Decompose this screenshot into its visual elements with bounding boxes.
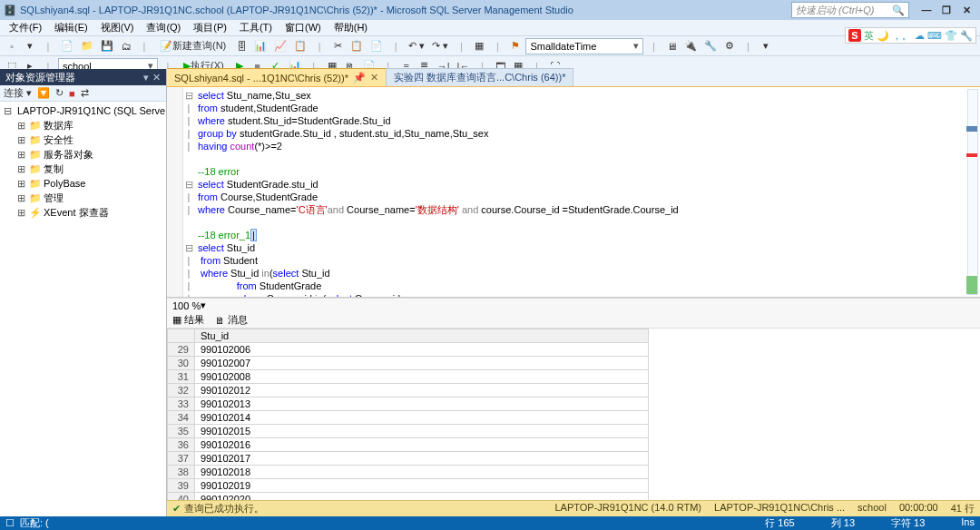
ime-skin-icon[interactable]: 👕	[945, 30, 957, 42]
table-row[interactable]: 32990102012	[168, 384, 649, 398]
save-icon[interactable]: 💾	[98, 38, 116, 54]
tool-icon[interactable]: 🔧	[701, 38, 720, 54]
menu-query[interactable]: 查询(Q)	[141, 21, 186, 34]
cell-value[interactable]: 990102013	[195, 398, 649, 411]
menu-window[interactable]: 窗口(W)	[279, 21, 327, 34]
column-header[interactable]: Stu_id	[195, 329, 649, 343]
oe-sync-icon[interactable]: ⇄	[81, 87, 89, 99]
new-icon[interactable]: 📄	[58, 38, 76, 54]
plan-icon[interactable]: 📋	[291, 38, 309, 54]
cell-value[interactable]: 990102007	[195, 357, 649, 370]
results-tab[interactable]: ▦结果	[172, 313, 204, 327]
results-grid[interactable]: Stu_id 299901020063099010200731990102008…	[167, 329, 980, 500]
tree-node[interactable]: ⊞⚡XEvent 探查器	[13, 205, 166, 220]
paste-icon[interactable]: 📄	[368, 38, 386, 54]
cell-value[interactable]: 990102006	[195, 343, 649, 357]
oe-stop-icon[interactable]: ■	[69, 88, 75, 99]
db-icon[interactable]: 🗄	[233, 38, 250, 54]
close-button[interactable]: ✕	[956, 2, 976, 18]
tree-node[interactable]: ⊞📁数据库	[13, 118, 166, 132]
oe-connect-button[interactable]: 连接 ▾	[4, 86, 32, 100]
table-row[interactable]: 35990102015	[168, 425, 649, 438]
menu-file[interactable]: 文件(F)	[4, 21, 47, 34]
code-body[interactable]: select Stu_name,Stu_sex from student,Stu…	[194, 87, 980, 297]
cell-value[interactable]: 990102019	[195, 479, 649, 493]
redo-icon[interactable]: ↷ ▾	[429, 38, 451, 54]
minimize-button[interactable]: —	[916, 2, 936, 18]
new-query-button[interactable]: 📝 新建查询(N)	[154, 38, 231, 54]
tree-node[interactable]: ⊞📁PolyBase	[13, 176, 166, 191]
tree-node[interactable]: ⊞📁服务器对象	[13, 147, 166, 162]
ime-cloud-icon[interactable]: ☁	[915, 30, 925, 42]
server-node[interactable]: ⊟LAPTOP-JR91Q1NC (SQL Server 14.0.	[0, 103, 166, 118]
undo-icon[interactable]: ↶ ▾	[406, 38, 427, 54]
cell-value[interactable]: 990102012	[195, 384, 649, 398]
sql-editor[interactable]: ⊟|||| ⊟|| ⊟|||||| select Stu_name,Stu_se…	[167, 87, 980, 298]
oe-filter-icon[interactable]: 🔽	[37, 87, 50, 99]
tab-sql-1[interactable]: SQLshiyan4.sql - ...1Q1NC\Chris (52))*📌✕	[167, 68, 387, 86]
oe-refresh-icon[interactable]: ↻	[55, 87, 64, 99]
tab-sql-2[interactable]: 实验四 数据库查询语言...C\Chris (64))*	[387, 68, 573, 86]
more-icon[interactable]: ▾	[758, 38, 774, 54]
menu-tools[interactable]: 工具(T)	[234, 21, 278, 34]
ime-lang[interactable]: 英	[864, 29, 874, 43]
table-row[interactable]: 31990102008	[168, 370, 649, 384]
ime-key-icon[interactable]: ⌨	[927, 30, 942, 42]
cell-value[interactable]: 990102015	[195, 425, 649, 438]
tree-node[interactable]: ⊞📁管理	[13, 191, 166, 205]
copy-icon[interactable]: 📋	[348, 38, 366, 54]
cut-icon[interactable]: ✂	[329, 38, 346, 54]
ime-moon-icon[interactable]: 🌙	[877, 30, 889, 42]
open-icon[interactable]: 📁	[78, 38, 96, 54]
cell-value[interactable]: 990102018	[195, 466, 649, 479]
ime-bar[interactable]: S 英 🌙 ，。 ☁ ⌨ 👕 🔧	[845, 27, 976, 44]
editor-minimap[interactable]	[967, 89, 978, 295]
cell-value[interactable]: 990102016	[195, 438, 649, 452]
table-row[interactable]: 34990102014	[168, 411, 649, 425]
search-icon[interactable]: 🔍	[892, 5, 905, 16]
cell-value[interactable]: 990102008	[195, 370, 649, 384]
fwd-icon[interactable]: ▾	[22, 38, 38, 54]
cell-value[interactable]: 990102014	[195, 411, 649, 425]
tree-node[interactable]: ⊞📁安全性	[13, 132, 166, 147]
object-explorer-panel: 对象资源管理器 ▾ ✕ 连接 ▾ 🔽 ↻ ■ ⇄ ⊟LAPTOP-JR91Q1N…	[0, 69, 167, 516]
menu-edit[interactable]: 编辑(E)	[49, 21, 93, 34]
saveall-icon[interactable]: 🗂	[118, 38, 134, 54]
table-row[interactable]: 36990102016	[168, 438, 649, 452]
table-row[interactable]: 37990102017	[168, 452, 649, 466]
sln-icon[interactable]: ▦	[471, 38, 487, 54]
flag-icon[interactable]: ⚑	[507, 38, 524, 54]
menu-project[interactable]: 项目(P)	[188, 21, 232, 34]
table-row[interactable]: 39990102019	[168, 479, 649, 493]
messages-tab[interactable]: 🗎消息	[215, 313, 248, 327]
table-row[interactable]: 33990102013	[168, 398, 649, 411]
object-explorer-tree[interactable]: ⊟LAPTOP-JR91Q1NC (SQL Server 14.0. ⊞📁数据库…	[0, 102, 166, 516]
profile-icon[interactable]: 📈	[271, 38, 289, 54]
back-icon[interactable]: ◦	[4, 38, 20, 54]
cell-value[interactable]: 990102017	[195, 452, 649, 466]
tab-close-icon[interactable]: ✕	[370, 72, 378, 83]
quick-launch-input[interactable]: 快速启动 (Ctrl+Q) 🔍	[791, 2, 909, 18]
table-row[interactable]: 38990102018	[168, 466, 649, 479]
sogou-icon[interactable]: S	[848, 29, 861, 42]
maximize-button[interactable]: ❐	[936, 2, 956, 18]
cell-value[interactable]: 990102020	[195, 493, 649, 501]
conn-icon[interactable]: 🔌	[681, 38, 700, 54]
editor-fold-margin[interactable]: ⊟|||| ⊟|| ⊟||||||	[183, 87, 194, 297]
tree-node[interactable]: ⊞📁复制	[13, 162, 166, 176]
xe-icon[interactable]: 📊	[251, 38, 270, 54]
ime-tool-icon[interactable]: 🔧	[960, 30, 973, 42]
tab-pin-icon[interactable]: 📌	[353, 72, 366, 83]
table-row[interactable]: 30990102007	[168, 357, 649, 370]
menu-view[interactable]: 视图(V)	[95, 21, 140, 34]
editor-zoom[interactable]: 100 % ▾	[167, 298, 980, 312]
ime-punct-icon[interactable]: ，。	[892, 29, 912, 43]
type-combo[interactable]: SmalldateTime▾	[525, 38, 643, 54]
table-row[interactable]: 29990102006	[168, 343, 649, 357]
table-row[interactable]: 40990102020	[168, 493, 649, 501]
oe-close-icon[interactable]: ✕	[152, 72, 161, 83]
opt-icon[interactable]: ⚙	[721, 38, 738, 54]
oe-dropdown-icon[interactable]: ▾	[143, 72, 149, 83]
server-icon[interactable]: 🖥	[663, 38, 680, 54]
menu-help[interactable]: 帮助(H)	[328, 21, 373, 34]
